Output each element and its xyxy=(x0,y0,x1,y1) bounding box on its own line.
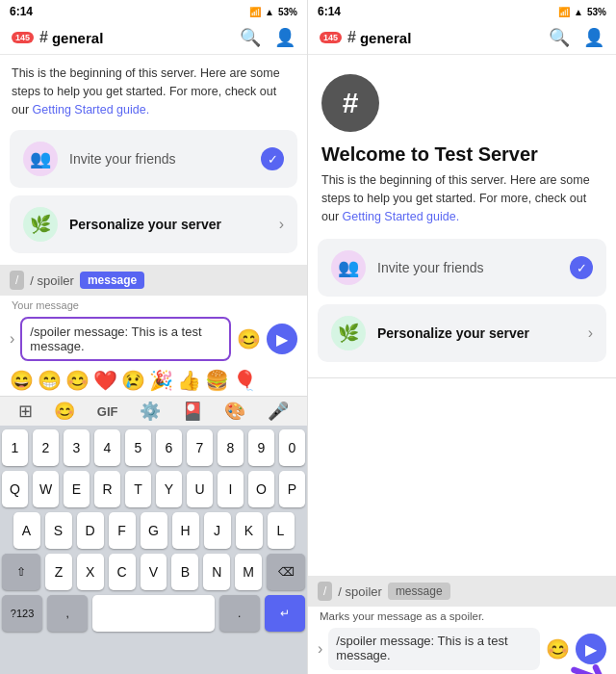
kb-key-3[interactable]: 3 xyxy=(64,429,90,466)
kb-key-j[interactable]: J xyxy=(204,512,231,549)
kb-backspace-key[interactable]: ⌫ xyxy=(267,554,305,590)
notification-badge-right: 145 xyxy=(320,32,342,43)
kb-gif-icon[interactable]: GIF xyxy=(97,404,118,419)
kb-key-c[interactable]: C xyxy=(109,554,136,590)
task-invite-right[interactable]: 👥 Invite your friends ✓ xyxy=(318,239,606,297)
kb-key-q[interactable]: Q xyxy=(2,471,28,507)
kb-key-4[interactable]: 4 xyxy=(94,429,120,466)
left-panel: 6:14 📶 ▲ 53% 145 # general 🔍 👤 This is t… xyxy=(0,0,308,674)
kb-key-9[interactable]: 9 xyxy=(248,429,274,466)
kb-paint-icon[interactable]: 🎨 xyxy=(224,401,245,422)
kb-sticker-icon[interactable]: 🎴 xyxy=(182,401,203,422)
emoji-row-left: 😄 😁 😊 ❤️ 😢 🎉 👍 🍔 🎈 xyxy=(0,365,307,396)
command-icon-right: / xyxy=(318,582,332,601)
kb-key-i[interactable]: I xyxy=(218,471,244,507)
message-input-right[interactable]: /spoiler message: This is a test message… xyxy=(328,628,540,670)
kb-key-o[interactable]: O xyxy=(248,471,274,507)
marks-spoiler-text: Marks your message as a spoiler. xyxy=(308,607,616,624)
kb-key-m[interactable]: M xyxy=(235,554,262,590)
wifi-icon: ▲ xyxy=(265,7,274,17)
command-icon-left: / xyxy=(10,271,24,290)
kb-key-a[interactable]: A xyxy=(13,512,40,549)
channel-label-right: general xyxy=(360,30,411,46)
kb-key-8[interactable]: 8 xyxy=(218,429,244,466)
time-left: 6:14 xyxy=(10,5,33,18)
kb-key-s[interactable]: S xyxy=(45,512,72,549)
kb-key-1[interactable]: 1 xyxy=(2,429,28,466)
getting-started-link-right[interactable]: Getting Started guide. xyxy=(343,210,460,223)
task-invite-label-right: Invite your friends xyxy=(377,260,558,275)
kb-key-n[interactable]: N xyxy=(203,554,230,590)
kb-period-key[interactable]: . xyxy=(219,595,260,632)
command-tag-right[interactable]: message xyxy=(388,583,450,600)
right-panel: 6:14 📶 ▲ 53% 145 # general 🔍 👤 # Welcome… xyxy=(308,0,616,674)
task-invite-left[interactable]: 👥 Invite your friends ✓ xyxy=(10,130,297,188)
kb-key-l[interactable]: L xyxy=(268,512,295,549)
kb-key-d[interactable]: D xyxy=(77,512,104,549)
kb-key-v[interactable]: V xyxy=(141,554,167,590)
kb-key-t[interactable]: T xyxy=(125,471,151,507)
kb-key-p[interactable]: P xyxy=(279,471,305,507)
task-personalize-label-right: Personalize your server xyxy=(377,325,577,341)
kb-key-r[interactable]: R xyxy=(94,471,120,507)
getting-started-link-left[interactable]: Getting Started guide. xyxy=(33,103,150,117)
search-icon-left[interactable]: 🔍 xyxy=(240,27,261,48)
kb-key-0[interactable]: 0 xyxy=(279,429,305,466)
task-personalize-right[interactable]: 🌿 Personalize your server › xyxy=(318,304,606,362)
members-icon-left[interactable]: 👤 xyxy=(274,27,295,48)
kb-enter-key[interactable]: ↵ xyxy=(265,595,305,632)
kb-123-key[interactable]: ?123 xyxy=(2,595,42,632)
kb-settings-icon[interactable]: ⚙️ xyxy=(140,401,161,422)
kb-key-h[interactable]: H xyxy=(172,512,199,549)
task-invite-label: Invite your friends xyxy=(69,151,249,167)
kb-key-2[interactable]: 2 xyxy=(33,429,59,466)
expand-arrow-right[interactable]: › xyxy=(318,640,322,658)
kb-key-7[interactable]: 7 xyxy=(187,429,213,466)
kb-key-6[interactable]: 6 xyxy=(156,429,182,466)
command-bar-left: / / spoiler message xyxy=(0,265,307,296)
channel-name-right: # general xyxy=(347,29,549,46)
keyboard-left: 1 2 3 4 5 6 7 8 9 0 Q W E R T Y U I O P … xyxy=(0,426,307,674)
kb-row-zxcv: ⇧ Z X C V B N M ⌫ xyxy=(2,554,305,590)
kb-key-w[interactable]: W xyxy=(33,471,59,507)
send-btn-left[interactable]: ▶ xyxy=(267,324,297,354)
welcome-text-right: This is the beginning of this server. He… xyxy=(321,171,603,225)
kb-grid-icon[interactable]: ⊞ xyxy=(18,401,33,422)
send-btn-right[interactable]: ▶ xyxy=(576,634,606,664)
kb-row-bottom: ?123 , . ↵ xyxy=(2,595,305,632)
kb-mic-icon[interactable]: 🎤 xyxy=(268,401,289,422)
kb-key-x[interactable]: X xyxy=(77,554,104,590)
kb-key-u[interactable]: U xyxy=(187,471,213,507)
command-tag-left[interactable]: message xyxy=(80,272,144,289)
task-personalize-icon: 🌿 xyxy=(23,207,58,242)
kb-key-g[interactable]: G xyxy=(141,512,167,549)
kb-key-5[interactable]: 5 xyxy=(125,429,151,466)
header-icons-left: 🔍 👤 xyxy=(240,27,295,48)
kb-emoji-icon[interactable]: 😊 xyxy=(54,401,75,422)
kb-row-asdf: A S D F G H J K L xyxy=(2,512,305,549)
members-icon-right[interactable]: 👤 xyxy=(583,27,604,48)
kb-shift-key[interactable]: ⇧ xyxy=(2,554,40,590)
kb-space-key[interactable] xyxy=(92,595,214,632)
kb-key-z[interactable]: Z xyxy=(45,554,72,590)
message-area-right: › /spoiler message: This is a test messa… xyxy=(308,624,616,674)
header-icons-right: 🔍 👤 xyxy=(549,27,604,48)
kb-key-f[interactable]: F xyxy=(109,512,136,549)
expand-arrow-left[interactable]: › xyxy=(10,330,14,348)
command-slash-right: / spoiler xyxy=(338,584,382,599)
message-input-left[interactable]: /spoiler message: This is a test message… xyxy=(20,317,231,361)
kb-comma-key[interactable]: , xyxy=(47,595,88,632)
emoji-btn-right[interactable]: 😊 xyxy=(546,637,570,661)
task-personalize-left[interactable]: 🌿 Personalize your server › xyxy=(10,195,297,253)
welcome-section-right: # Welcome to Test Server This is the beg… xyxy=(308,55,616,235)
search-icon-right[interactable]: 🔍 xyxy=(549,27,570,48)
kb-key-b[interactable]: B xyxy=(171,554,198,590)
kb-key-k[interactable]: K xyxy=(236,512,263,549)
emoji-btn-left[interactable]: 😊 xyxy=(237,327,261,350)
status-bar-right: 6:14 📶 ▲ 53% xyxy=(308,0,616,21)
command-slash-left: / spoiler xyxy=(30,273,74,288)
status-bar-left: 6:14 📶 ▲ 53% xyxy=(0,0,307,21)
kb-key-y[interactable]: Y xyxy=(156,471,182,507)
kb-key-e[interactable]: E xyxy=(64,471,90,507)
battery-icon-right: 53% xyxy=(587,7,606,17)
